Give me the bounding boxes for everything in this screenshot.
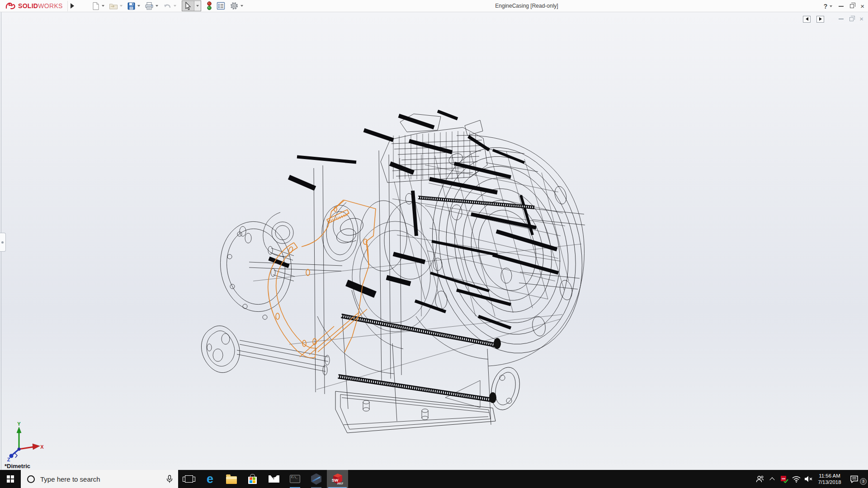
pane-forward-button[interactable] bbox=[816, 16, 824, 23]
chevron-up-icon bbox=[769, 477, 774, 482]
pane-back-button[interactable] bbox=[803, 16, 811, 23]
windows-logo-icon bbox=[7, 475, 14, 483]
save-caret[interactable] bbox=[137, 5, 140, 7]
people-icon bbox=[756, 475, 764, 483]
select-arrow-icon[interactable] bbox=[182, 1, 194, 11]
doc-restore-button[interactable] bbox=[849, 17, 854, 21]
tray-expand-button[interactable] bbox=[766, 476, 778, 482]
new-document-caret[interactable] bbox=[102, 5, 104, 7]
action-center-icon bbox=[850, 475, 859, 483]
axis-x-label: X bbox=[40, 444, 44, 450]
notification-badge: 3 bbox=[860, 478, 867, 485]
taskbar-hexagon-app[interactable] bbox=[306, 470, 327, 488]
minimize-icon bbox=[839, 6, 844, 7]
undo-icon bbox=[163, 2, 172, 10]
menu-flyout-arrow[interactable] bbox=[67, 1, 77, 11]
close-icon: × bbox=[860, 2, 864, 10]
properties-button[interactable] bbox=[215, 1, 227, 11]
options-gear-icon bbox=[230, 1, 239, 10]
taskbar-search[interactable] bbox=[21, 470, 178, 488]
system-tray: sw bbox=[754, 470, 868, 488]
print-caret[interactable] bbox=[156, 5, 158, 7]
print-button[interactable] bbox=[143, 1, 160, 11]
save-icon bbox=[127, 2, 136, 10]
help-button[interactable]: ? bbox=[824, 3, 833, 10]
taskbar-store[interactable] bbox=[242, 470, 263, 488]
taskbar-edge[interactable]: e bbox=[199, 470, 221, 488]
mail-icon bbox=[269, 475, 279, 483]
open-button[interactable] bbox=[107, 1, 124, 11]
doc-close-button[interactable]: × bbox=[859, 15, 863, 23]
taskbar-file-explorer[interactable] bbox=[221, 470, 242, 488]
hexagon-app-icon bbox=[311, 474, 321, 485]
open-caret[interactable] bbox=[120, 5, 123, 7]
people-button[interactable] bbox=[754, 475, 766, 483]
pane-forward-icon bbox=[819, 17, 822, 21]
clock-date: 7/13/2018 bbox=[818, 479, 841, 485]
flyout-arrow-icon bbox=[71, 3, 74, 9]
solidworks-tray-item[interactable]: sw bbox=[778, 476, 790, 483]
microphone-icon[interactable] bbox=[166, 475, 173, 483]
select-tool[interactable] bbox=[182, 0, 201, 11]
task-view-icon bbox=[185, 475, 193, 483]
taskbar-command-prompt[interactable]: C:\_ bbox=[284, 470, 306, 488]
engine-casing-model[interactable] bbox=[0, 12, 868, 470]
task-view-button[interactable] bbox=[178, 470, 199, 488]
brand-works: WORKS bbox=[38, 2, 62, 9]
orientation-triad: Y X Z bbox=[5, 420, 44, 462]
minimize-button[interactable] bbox=[839, 6, 844, 7]
wifi-tray-item[interactable] bbox=[790, 476, 802, 483]
taskbar-solidworks[interactable]: SW 2017 bbox=[327, 470, 348, 488]
graphics-viewport[interactable]: × Y X Z *Dimetric bbox=[0, 12, 868, 470]
taskbar-clock[interactable]: 11:56 AM 7/13/2018 bbox=[815, 473, 844, 485]
axis-z-label: Z bbox=[7, 457, 10, 462]
view-orientation-label: *Dimetric bbox=[5, 463, 30, 469]
title-bar: SOLIDWORKS bbox=[0, 0, 868, 12]
help-icon: ? bbox=[824, 3, 828, 10]
document-window-controls: × bbox=[803, 15, 863, 23]
feature-panel-collapse-tab[interactable] bbox=[0, 233, 6, 252]
status-lights-icon bbox=[207, 1, 212, 10]
print-icon bbox=[145, 2, 154, 10]
edge-browser-icon: e bbox=[207, 473, 213, 485]
close-button[interactable]: × bbox=[860, 2, 864, 10]
collapse-tab-dot bbox=[1, 241, 4, 244]
undo-caret[interactable] bbox=[174, 5, 176, 7]
cortana-search-icon bbox=[27, 475, 35, 483]
options-caret[interactable] bbox=[241, 5, 243, 7]
save-button[interactable] bbox=[125, 1, 142, 11]
action-center-button[interactable]: 3 bbox=[844, 475, 863, 483]
new-document-icon bbox=[92, 2, 100, 10]
status-lights-button[interactable] bbox=[205, 0, 214, 11]
microsoft-store-icon bbox=[248, 477, 257, 484]
restore-button[interactable] bbox=[850, 4, 854, 8]
sw-cube-year: 2017 bbox=[337, 482, 344, 485]
options-button[interactable] bbox=[228, 0, 245, 11]
window-controls: ? × bbox=[824, 0, 864, 12]
file-explorer-icon bbox=[226, 476, 237, 484]
restore-icon bbox=[850, 4, 854, 8]
axis-y-label: Y bbox=[17, 421, 21, 427]
quick-toolbar bbox=[90, 0, 245, 11]
command-prompt-icon: C:\_ bbox=[290, 475, 300, 483]
new-document-button[interactable] bbox=[90, 1, 106, 11]
volume-tray-item[interactable] bbox=[802, 475, 815, 483]
doc-close-icon: × bbox=[859, 15, 863, 23]
brand-text: SOLIDWORKS bbox=[18, 2, 63, 9]
start-button[interactable] bbox=[0, 470, 21, 488]
doc-minimize-button[interactable] bbox=[839, 19, 844, 19]
solidworks-logo: SOLIDWORKS bbox=[0, 0, 67, 12]
solidworks-tray-icon: sw bbox=[781, 476, 788, 483]
solidworks-2017-icon: SW 2017 bbox=[331, 473, 344, 485]
open-icon bbox=[109, 2, 118, 10]
undo-button[interactable] bbox=[161, 1, 178, 11]
volume-muted-icon bbox=[804, 475, 813, 483]
brand-solid: SOLID bbox=[18, 2, 38, 9]
properties-list-icon bbox=[217, 2, 225, 10]
help-caret[interactable] bbox=[830, 5, 832, 7]
solidworks-window: SOLIDWORKS bbox=[0, 0, 868, 488]
taskbar-mail[interactable] bbox=[263, 470, 284, 488]
wifi-icon bbox=[792, 476, 801, 483]
search-input[interactable] bbox=[40, 475, 166, 483]
select-tool-caret[interactable] bbox=[194, 1, 201, 11]
